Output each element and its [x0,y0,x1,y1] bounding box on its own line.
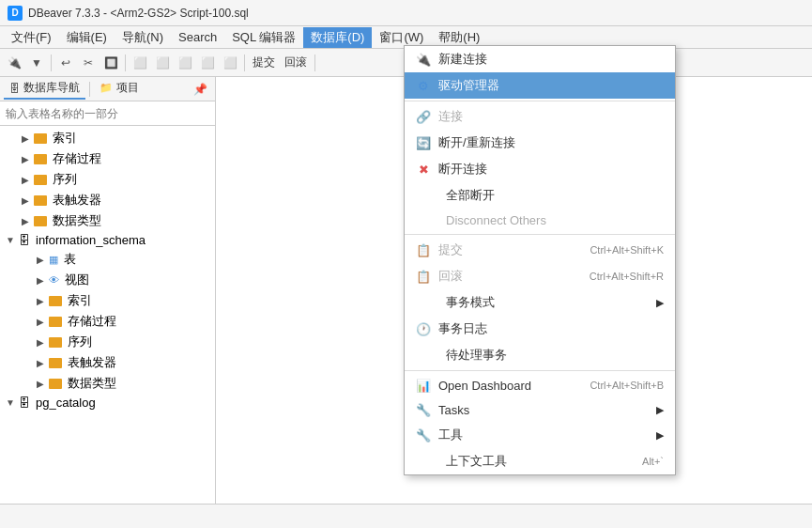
tree-item-icon: 🗄 [19,234,30,247]
toolbar-btn-4[interactable]: ✂ [78,53,99,73]
tree-arrow: ▶ [19,154,32,164]
dropdown-item-transaction-mode[interactable]: 事务模式▶ [405,289,675,316]
tree-item[interactable]: ▶表触发器 [0,190,215,210]
dropdown-label-tasks: Tasks [438,403,469,417]
menu-item-navigate[interactable]: 导航(N) [115,27,171,48]
tree-item-label: 序列 [68,334,92,350]
tree-arrow: ▶ [34,358,47,368]
tree-item[interactable]: ▶数据类型 [0,210,215,231]
dropdown-icon-disconnect: ✖ [416,162,431,177]
dropdown-item-disconnect[interactable]: ✖断开连接 [405,156,675,182]
tree-item[interactable]: ▶表触发器 [0,352,215,373]
tree-item[interactable]: ▶存储过程 [0,148,215,169]
tree-item-label: 表触发器 [53,192,101,209]
tree-arrow: ▶ [34,275,47,286]
dropdown-item-tools[interactable]: 🔧工具▶ [405,422,675,448]
dropdown-icon-new-connection: 🔌 [416,52,431,67]
toolbar-btn-6[interactable]: ⬜ [130,53,150,73]
tree-arrow: ▶ [34,296,47,306]
tree-item[interactable]: ▶索引 [0,290,215,311]
dropdown-icon-tasks: 🔧 [416,402,431,417]
toolbar-btn-10[interactable]: ⬜ [220,53,240,73]
dropdown-label-disconnect: 断开连接 [438,161,487,178]
dropdown-icon-rollback: 📋 [416,269,431,284]
navigator-search[interactable] [0,101,215,126]
tree-item-label: 表触发器 [68,354,116,371]
tree-item-label: 序列 [53,171,77,188]
dropdown-shortcut-context-tools: Alt+` [642,456,664,467]
dropdown-label-rollback: 回滚 [438,268,463,285]
menu-item-search[interactable]: Search [171,28,224,46]
dropdown-arrow-tools: ▶ [656,429,664,442]
nav-tab-db-nav[interactable]: 🗄数据库导航 [4,78,85,100]
dropdown-label-new-connection: 新建连接 [438,51,487,68]
dropdown-item-connect: 🔗连接 [405,103,675,130]
tree-item[interactable]: ▶▦表 [0,249,215,270]
dropdown-label-commit: 提交 [438,241,463,258]
tree-item-label: 索引 [53,130,77,147]
menu-item-file[interactable]: 文件(F) [4,27,59,48]
toolbar-btn-1[interactable]: 🔌 [4,53,24,73]
tree-item-icon [49,377,62,390]
dropdown-shortcut-commit: Ctrl+Alt+Shift+K [590,244,664,256]
dropdown-item-open-dashboard[interactable]: 📊Open DashboardCtrl+Alt+Shift+B [405,373,675,397]
dropdown-item-context-tools[interactable]: 上下文工具Alt+` [405,448,675,474]
dropdown-icon-tools: 🔧 [416,427,431,443]
dropdown-label-transaction-mode: 事务模式 [446,294,495,311]
dropdown-item-pending-transactions[interactable]: 待处理事务 [405,342,675,368]
tree-item-icon [49,294,62,307]
dropdown-icon-reconnect: 🔄 [416,135,431,150]
nav-tab-label-db-nav: 数据库导航 [23,80,80,96]
dropdown-icon-connect: 🔗 [416,109,431,124]
dropdown-shortcut-rollback: Ctrl+Alt+Shift+R [590,271,664,282]
dropdown-item-transaction-log[interactable]: 🕐事务日志 [405,316,675,342]
nav-pin-button[interactable]: 📌 [190,83,211,96]
tree-item-label: 索引 [68,292,92,309]
toolbar-btn-3[interactable]: ↩ [55,53,76,73]
nav-tab-project[interactable]: 📁项目 [94,78,145,100]
nav-tab-icon-db-nav: 🗄 [9,83,20,94]
dropdown-label-disconnect-all: 全部断开 [446,187,495,204]
dropdown-sep-separator1 [405,101,675,101]
toolbar-commit[interactable]: 提交 [249,54,279,70]
toolbar-btn-9[interactable]: ⬜ [197,53,218,73]
tree-item-label: pg_catalog [36,396,96,410]
toolbar-btn-5[interactable]: 🔲 [100,53,121,73]
dropdown-item-commit: 📋提交Ctrl+Alt+Shift+K [405,237,675,263]
tree-item-icon [34,152,47,165]
app-icon: D [8,6,23,21]
menu-item-database[interactable]: 数据库(D) [303,27,372,48]
menu-item-edit[interactable]: 编辑(E) [59,27,115,48]
dropdown-icon-commit: 📋 [416,242,431,257]
tree-item-label: 存储过程 [53,150,101,167]
tree-item[interactable]: ▶👁视图 [0,270,215,290]
tree-item[interactable]: ▶序列 [0,169,215,190]
toolbar-btn-7[interactable]: ⬜ [152,53,173,73]
tree-item-label: 存储过程 [68,313,116,330]
dropdown-label-context-tools: 上下文工具 [446,453,507,470]
status-bar [0,504,812,528]
tree-item-icon [34,194,47,207]
dropdown-arrow-transaction-mode: ▶ [656,297,664,309]
menu-item-sql-editor[interactable]: SQL 编辑器 [224,27,303,48]
tree-arrow: ▶ [34,337,47,348]
dropdown-icon-open-dashboard: 📊 [416,378,431,393]
toolbar-btn-8[interactable]: ⬜ [175,53,195,73]
nav-tab-sep [89,82,90,97]
tree-item[interactable]: ▼🗄pg_catalog [0,394,215,412]
dropdown-item-new-connection[interactable]: 🔌新建连接 [405,46,675,72]
dropdown-label-driver-manager: 驱动管理器 [438,77,499,94]
dropdown-item-reconnect[interactable]: 🔄断开/重新连接 [405,130,675,156]
tree-item[interactable]: ▶序列 [0,332,215,352]
tree-item[interactable]: ▶存储过程 [0,311,215,332]
dropdown-item-disconnect-all[interactable]: 全部断开 [405,182,675,209]
toolbar-sep-3 [244,54,245,71]
dropdown-item-driver-manager[interactable]: ⚙驱动管理器 [405,72,675,99]
toolbar-btn-2[interactable]: ▼ [26,53,47,73]
tree-item[interactable]: ▼🗄information_schema [0,231,215,249]
tree-arrow: ▼ [4,235,17,245]
tree-item[interactable]: ▶数据类型 [0,373,215,394]
dropdown-item-tasks[interactable]: 🔧Tasks▶ [405,397,675,422]
tree-item[interactable]: ▶索引 [0,128,215,148]
toolbar-rollback[interactable]: 回滚 [281,54,311,70]
